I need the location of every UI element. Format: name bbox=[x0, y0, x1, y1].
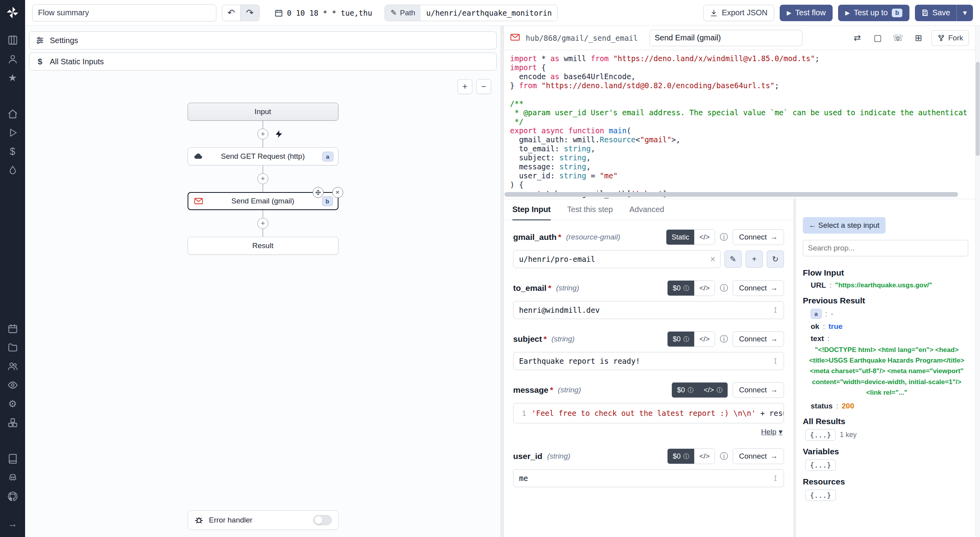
star-icon[interactable]: ★ bbox=[5, 70, 20, 85]
discord-icon[interactable] bbox=[5, 470, 20, 485]
variables-dollar-icon[interactable]: $ bbox=[5, 143, 20, 159]
code-mode-button[interactable]: </>ⓘ bbox=[699, 383, 728, 397]
columns-icon[interactable] bbox=[5, 32, 20, 48]
connect-button[interactable]: Connect→ bbox=[733, 280, 784, 296]
text-cursor-icon[interactable] bbox=[772, 357, 779, 365]
prop-row-text[interactable]: text : bbox=[811, 334, 968, 343]
code-mode-button[interactable]: </> bbox=[694, 281, 715, 296]
error-handler-bar[interactable]: Error handler bbox=[187, 510, 338, 530]
expr-badge[interactable]: $0ⓘ bbox=[668, 332, 694, 347]
flow-summary-input[interactable] bbox=[32, 4, 216, 22]
expand-sidebar-arrow-icon[interactable]: → bbox=[5, 516, 20, 532]
flow-canvas[interactable]: + − Input + bbox=[25, 72, 501, 537]
add-resource-button[interactable]: + bbox=[746, 250, 763, 268]
info-icon[interactable]: ⓘ bbox=[720, 451, 728, 462]
trigger-bolt-icon[interactable] bbox=[275, 130, 283, 138]
clear-icon[interactable]: × bbox=[710, 254, 715, 265]
phone-icon[interactable]: ☏ bbox=[891, 31, 906, 45]
help-toggle[interactable]: Help▾ bbox=[761, 427, 782, 436]
horizontal-scrollbar[interactable] bbox=[505, 192, 958, 197]
node-http-get[interactable]: Send GET Request (http) a bbox=[187, 147, 338, 165]
node-gmail-send[interactable]: × Send Email (gmail) b bbox=[187, 192, 338, 210]
text-value[interactable]: "<!DOCTYPE html> <html lang="en"> <head>… bbox=[805, 345, 968, 398]
panel-resize-handle[interactable] bbox=[501, 26, 504, 537]
step-summary-input[interactable] bbox=[650, 30, 802, 46]
all-static-inputs-bar[interactable]: $ All Static Inputs bbox=[29, 53, 497, 71]
path-edit-segment[interactable]: ✎ Path bbox=[385, 5, 421, 21]
test-flow-button[interactable]: ▶ Test flow bbox=[780, 5, 833, 21]
docs-book-icon[interactable] bbox=[5, 451, 20, 466]
export-json-button[interactable]: Export JSON bbox=[703, 5, 774, 21]
info-icon[interactable]: ⓘ bbox=[720, 283, 728, 294]
workers-boxes-icon[interactable] bbox=[5, 415, 20, 430]
path-chip[interactable]: ✎ Path u/henri/earthquake_monitorin bbox=[385, 5, 557, 21]
info-icon[interactable]: ⓘ bbox=[720, 232, 728, 243]
schedule-display[interactable]: 0 10 18 * * tue,thu bbox=[274, 9, 372, 17]
refresh-resource-button[interactable]: ↻ bbox=[767, 250, 784, 268]
user-icon[interactable] bbox=[5, 51, 20, 67]
gmail-auth-input[interactable] bbox=[513, 250, 720, 268]
expr-badge[interactable]: $0ⓘ bbox=[668, 281, 694, 296]
user-id-input[interactable] bbox=[513, 469, 784, 487]
runs-play-icon[interactable] bbox=[5, 125, 20, 140]
settings-bar[interactable]: Settings bbox=[29, 31, 497, 49]
code-mode-button[interactable]: </> bbox=[694, 332, 715, 347]
swap-icon[interactable]: ⇄ bbox=[850, 31, 865, 45]
select-step-input-button[interactable]: ← Select a step input bbox=[803, 217, 886, 234]
resources-object-chip[interactable]: {...} bbox=[805, 490, 836, 501]
message-expression-editor[interactable]: 1 'Feel free to check out the latest rep… bbox=[513, 403, 784, 423]
prop-row-ok[interactable]: ok : true bbox=[811, 322, 968, 331]
search-prop-input[interactable] bbox=[803, 240, 968, 256]
github-icon[interactable] bbox=[5, 488, 20, 504]
insert-step-button[interactable]: + bbox=[258, 218, 269, 229]
grid-icon[interactable]: ⊞ bbox=[911, 31, 926, 45]
edit-resource-button[interactable]: ✎ bbox=[724, 250, 742, 268]
prop-row-status[interactable]: status : 200 bbox=[811, 402, 968, 410]
node-result[interactable]: Result bbox=[187, 237, 338, 255]
save-button[interactable]: Save bbox=[915, 5, 956, 21]
zoom-in-button[interactable]: + bbox=[457, 79, 472, 94]
insert-step-button[interactable]: + bbox=[258, 173, 269, 184]
code-mode-button[interactable]: </> bbox=[694, 230, 715, 245]
tab-advanced[interactable]: Advanced bbox=[629, 199, 664, 220]
code-mode-button[interactable]: </> bbox=[694, 449, 715, 464]
tab-test-this-step[interactable]: Test this step bbox=[567, 199, 613, 220]
insert-step-button[interactable]: + bbox=[258, 129, 269, 140]
resources-droplet-icon[interactable] bbox=[5, 162, 20, 178]
fork-button[interactable]: Fork bbox=[931, 30, 969, 46]
save-dropdown-button[interactable]: ▾ bbox=[956, 5, 973, 21]
text-cursor-icon[interactable] bbox=[772, 307, 779, 314]
to-email-input[interactable] bbox=[513, 301, 784, 319]
text-cursor-icon[interactable] bbox=[772, 475, 779, 482]
scrollbar-thumb[interactable] bbox=[976, 62, 980, 156]
undo-button[interactable]: ↶ bbox=[222, 5, 241, 21]
prop-row-url[interactable]: URL : "https://earthquake.usgs.gov/" bbox=[811, 281, 968, 290]
expr-badge[interactable]: $0ⓘ bbox=[672, 383, 699, 397]
move-node-handle[interactable] bbox=[312, 187, 323, 198]
windmill-logo-icon[interactable] bbox=[5, 5, 20, 20]
settings-gear-icon[interactable]: ⚙ bbox=[5, 396, 20, 412]
schedules-calendar-icon[interactable] bbox=[5, 321, 20, 336]
connect-button[interactable]: Connect→ bbox=[733, 382, 784, 398]
code-editor[interactable]: import * as wmill from "https://deno.lan… bbox=[510, 54, 975, 198]
error-handler-toggle[interactable] bbox=[313, 515, 332, 525]
connect-button[interactable]: Connect→ bbox=[733, 331, 784, 347]
audit-eye-icon[interactable] bbox=[5, 377, 20, 393]
redo-button[interactable]: ↷ bbox=[241, 5, 260, 21]
zoom-out-button[interactable]: − bbox=[476, 79, 491, 94]
groups-users-icon[interactable] bbox=[5, 358, 20, 374]
box-icon[interactable]: ▢ bbox=[870, 31, 885, 45]
static-mode-button[interactable]: Static bbox=[666, 230, 694, 245]
variables-object-chip[interactable]: {...} bbox=[805, 459, 836, 471]
tab-step-input[interactable]: Step Input bbox=[512, 199, 551, 220]
subject-input[interactable] bbox=[513, 352, 784, 370]
folders-icon[interactable] bbox=[5, 339, 20, 355]
connect-button[interactable]: Connect→ bbox=[733, 229, 784, 245]
all-results-object-chip[interactable]: {...} bbox=[805, 429, 836, 441]
prop-row-step-a[interactable]: a : - bbox=[811, 309, 968, 319]
node-input[interactable]: Input bbox=[187, 103, 338, 121]
delete-node-button[interactable]: × bbox=[332, 187, 343, 198]
connect-button[interactable]: Connect→ bbox=[733, 448, 784, 464]
home-icon[interactable] bbox=[5, 106, 20, 122]
info-icon[interactable]: ⓘ bbox=[720, 334, 728, 345]
